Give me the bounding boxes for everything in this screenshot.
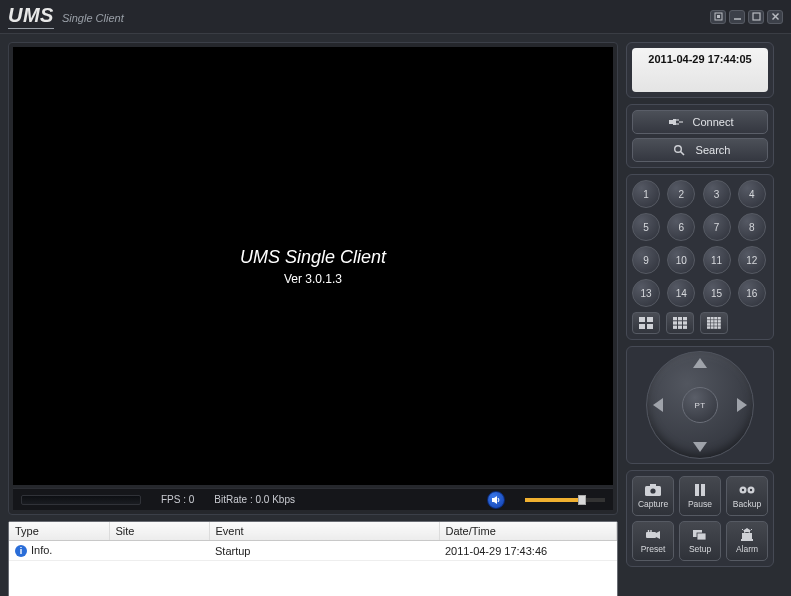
pause-button[interactable]: Pause xyxy=(679,476,721,516)
svg-rect-20 xyxy=(683,317,687,320)
layout-4x4-button[interactable] xyxy=(700,312,728,334)
svg-rect-18 xyxy=(673,317,677,320)
logo-text: UMS xyxy=(8,4,54,29)
alarm-icon xyxy=(741,528,753,541)
col-site[interactable]: Site xyxy=(109,522,209,541)
svg-point-53 xyxy=(748,486,755,493)
connect-panel: Connect Search xyxy=(626,104,774,168)
preset-button[interactable]: Preset xyxy=(632,521,674,561)
fps-readout: FPS : 0 xyxy=(161,494,194,505)
alarm-label: Alarm xyxy=(736,544,758,554)
svg-rect-15 xyxy=(647,317,653,322)
setup-button[interactable]: Setup xyxy=(679,521,721,561)
ptz-right[interactable] xyxy=(737,398,747,412)
app-logo: UMS Single Client xyxy=(8,4,124,29)
svg-point-12 xyxy=(674,146,681,153)
channel-8[interactable]: 8 xyxy=(738,213,766,241)
alarm-button[interactable]: Alarm xyxy=(726,521,768,561)
pin-button[interactable] xyxy=(710,10,726,24)
col-datetime[interactable]: Date/Time xyxy=(439,522,617,541)
backup-button[interactable]: Backup xyxy=(726,476,768,516)
col-event[interactable]: Event xyxy=(209,522,439,541)
channel-2[interactable]: 2 xyxy=(667,180,695,208)
maximize-button[interactable] xyxy=(748,10,764,24)
svg-rect-40 xyxy=(711,326,714,329)
svg-rect-51 xyxy=(701,484,705,496)
setup-icon xyxy=(693,529,707,541)
col-type[interactable]: Type xyxy=(9,522,109,541)
svg-rect-37 xyxy=(714,323,717,326)
svg-rect-32 xyxy=(711,320,714,323)
grid-4x4-icon xyxy=(707,317,721,329)
audio-toggle[interactable] xyxy=(487,491,505,509)
svg-rect-21 xyxy=(673,321,677,324)
svg-rect-36 xyxy=(711,323,714,326)
cell-datetime: 2011-04-29 17:43:46 xyxy=(439,541,617,561)
channel-4[interactable]: 4 xyxy=(738,180,766,208)
svg-rect-38 xyxy=(718,323,721,326)
channel-7[interactable]: 7 xyxy=(703,213,731,241)
table-row[interactable]: iInfo. Startup 2011-04-29 17:43:46 xyxy=(9,541,617,561)
svg-rect-63 xyxy=(741,539,753,541)
svg-rect-50 xyxy=(695,484,699,496)
main-area: UMS Single Client Ver 3.0.1.3 FPS : 0 Bi… xyxy=(0,34,791,596)
svg-rect-30 xyxy=(718,317,721,320)
channel-14[interactable]: 14 xyxy=(667,279,695,307)
channel-13[interactable]: 13 xyxy=(632,279,660,307)
svg-rect-1 xyxy=(717,15,720,18)
layout-3x3-button[interactable] xyxy=(666,312,694,334)
channel-6[interactable]: 6 xyxy=(667,213,695,241)
capture-button[interactable]: Capture xyxy=(632,476,674,516)
right-column: 2011-04-29 17:44:05 Connect Search 1 2 3… xyxy=(626,42,774,596)
video-panel: UMS Single Client Ver 3.0.1.3 FPS : 0 Bi… xyxy=(8,42,618,515)
ptz-center[interactable]: PT xyxy=(682,387,718,423)
arrow-down-icon xyxy=(693,442,707,452)
minimize-button[interactable] xyxy=(729,10,745,24)
svg-rect-14 xyxy=(639,317,645,322)
tool-grid: Capture Pause Backup Preset Setup xyxy=(632,476,768,561)
svg-rect-31 xyxy=(707,320,710,323)
svg-line-13 xyxy=(680,152,684,156)
ptz-up[interactable] xyxy=(693,358,707,368)
event-table: Type Site Event Date/Time iInfo. Startup… xyxy=(9,522,617,561)
grid-2x2-icon xyxy=(639,317,653,329)
channel-16[interactable]: 16 xyxy=(738,279,766,307)
arrow-up-icon xyxy=(693,358,707,368)
close-button[interactable] xyxy=(767,10,783,24)
connect-button[interactable]: Connect xyxy=(632,110,768,134)
preset-icon xyxy=(646,529,660,541)
channel-1[interactable]: 1 xyxy=(632,180,660,208)
channel-12[interactable]: 12 xyxy=(738,246,766,274)
svg-rect-39 xyxy=(707,326,710,329)
svg-rect-3 xyxy=(753,13,760,20)
channel-9[interactable]: 9 xyxy=(632,246,660,274)
left-column: UMS Single Client Ver 3.0.1.3 FPS : 0 Bi… xyxy=(8,42,618,596)
channel-11[interactable]: 11 xyxy=(703,246,731,274)
channel-10[interactable]: 10 xyxy=(667,246,695,274)
search-button[interactable]: Search xyxy=(632,138,768,162)
svg-rect-47 xyxy=(645,486,661,496)
svg-line-4 xyxy=(772,14,778,20)
video-display[interactable]: UMS Single Client Ver 3.0.1.3 xyxy=(13,47,613,485)
svg-point-52 xyxy=(740,486,747,493)
playback-progress[interactable] xyxy=(21,495,141,505)
svg-point-54 xyxy=(742,488,744,490)
svg-rect-28 xyxy=(711,317,714,320)
channel-grid: 1 2 3 4 5 6 7 8 9 10 11 12 13 14 15 16 xyxy=(632,180,768,307)
svg-rect-27 xyxy=(707,317,710,320)
ptz-left[interactable] xyxy=(653,398,663,412)
svg-rect-60 xyxy=(693,530,702,537)
volume-thumb[interactable] xyxy=(578,495,586,505)
window-controls xyxy=(710,10,783,24)
ptz-down[interactable] xyxy=(693,442,707,452)
setup-label: Setup xyxy=(689,544,711,554)
svg-rect-26 xyxy=(683,326,687,329)
ptz-panel: PT xyxy=(626,346,774,464)
layout-2x2-button[interactable] xyxy=(632,312,660,334)
channel-3[interactable]: 3 xyxy=(703,180,731,208)
svg-rect-48 xyxy=(650,484,656,487)
svg-marker-57 xyxy=(656,531,660,539)
volume-slider[interactable] xyxy=(525,498,605,502)
channel-5[interactable]: 5 xyxy=(632,213,660,241)
channel-15[interactable]: 15 xyxy=(703,279,731,307)
